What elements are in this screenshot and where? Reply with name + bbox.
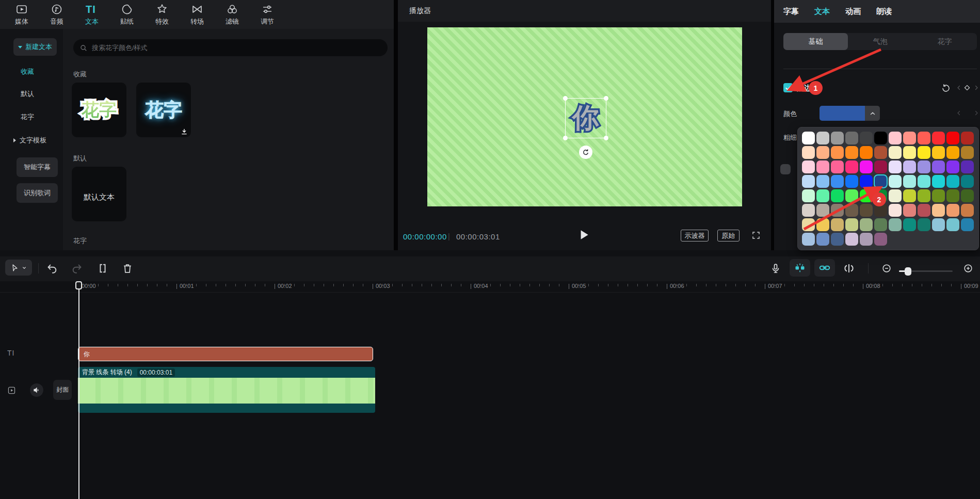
palette-swatch[interactable] [932,132,945,144]
palette-swatch[interactable] [932,189,945,202]
palette-swatch[interactable] [874,233,887,246]
inspector-tab-3[interactable]: 动画 [845,7,861,17]
sidebar-item-recognize-lyrics[interactable]: 识别歌词 [17,183,58,203]
palette-swatch[interactable] [961,175,974,188]
selection-handle-top-left[interactable] [563,96,568,101]
inspector-subtab-2[interactable]: 气泡 [848,33,912,50]
linkage-button[interactable] [814,259,835,277]
selection-handle-bottom-left[interactable] [563,136,568,140]
palette-swatch[interactable] [918,132,930,144]
cover-button[interactable]: 封面 [53,380,72,400]
palette-swatch[interactable] [831,233,844,246]
toolbar-item-audio[interactable]: 音频 [41,1,72,28]
zoom-out-icon[interactable] [881,263,892,273]
palette-swatch[interactable] [946,132,959,144]
palette-swatch[interactable] [845,146,858,159]
palette-swatch[interactable] [961,204,974,217]
selection-handle-bottom-right[interactable] [604,136,608,140]
palette-swatch[interactable] [874,218,887,231]
palette-swatch[interactable] [961,132,974,144]
color-prev-icon[interactable] [956,109,962,117]
auto-snap-button[interactable] [790,259,810,277]
playhead-handle[interactable] [75,281,82,289]
fancy-text-card-1[interactable]: 花字花字 [72,83,126,137]
palette-swatch[interactable] [845,175,858,188]
palette-swatch[interactable] [860,160,873,173]
keyframe-diamond-icon[interactable] [963,84,971,92]
palette-swatch[interactable] [903,175,916,188]
inspector-tab-1[interactable]: 字幕 [783,7,799,17]
palette-swatch[interactable] [932,160,945,173]
palette-swatch[interactable] [889,204,902,217]
palette-swatch[interactable] [903,204,916,217]
toolbar-item-media[interactable]: 媒体 [6,1,37,28]
palette-swatch[interactable] [860,189,873,202]
palette-swatch[interactable] [860,204,873,217]
palette-swatch[interactable] [889,218,902,231]
palette-swatch[interactable] [961,189,974,202]
toolbar-item-effects[interactable]: 特效 [147,1,178,28]
search-input[interactable]: 搜索花字颜色/样式 [73,39,388,56]
palette-swatch[interactable] [874,160,887,173]
toolbar-item-filter[interactable]: 滤镜 [217,1,248,28]
sidebar-item-fancy-text[interactable]: 花字 [21,112,34,122]
inspector-tab-4[interactable]: 朗读 [876,7,892,17]
sidebar-item-new-text[interactable]: 新建文本 [13,38,57,56]
palette-swatch[interactable] [802,189,815,202]
palette-swatch[interactable] [889,175,902,188]
mute-track-icon[interactable] [30,383,43,397]
inspector-subtab-3[interactable]: 花字 [912,33,977,50]
palette-swatch[interactable] [816,132,829,144]
toolbar-item-transition[interactable]: 转场 [182,1,213,28]
palette-swatch[interactable] [903,132,916,144]
palette-swatch[interactable] [918,218,930,231]
palette-swatch[interactable] [816,233,829,246]
toolbar-item-adjust[interactable]: 调节 [252,1,283,28]
inspector-tab-2[interactable]: 文本 [814,7,830,17]
palette-swatch[interactable] [831,160,844,173]
toolbar-item-text[interactable]: TI文本 [76,1,107,28]
default-text-card[interactable]: 默认文本 [72,167,126,221]
palette-swatch[interactable] [845,204,858,217]
toolbar-item-sticker[interactable]: 贴纸 [111,1,142,28]
palette-swatch[interactable] [918,204,930,217]
preview-canvas[interactable]: 你 你 [427,27,742,206]
palette-swatch[interactable] [946,204,959,217]
undo-button[interactable] [46,263,58,274]
palette-swatch[interactable] [816,218,829,231]
palette-swatch[interactable] [816,204,829,217]
palette-swatch[interactable] [932,218,945,231]
video-clip[interactable]: 背景 线条 转场 (4) 00:00:03:01 [78,367,375,413]
palette-swatch[interactable] [918,146,930,159]
thickness-slider-knob[interactable] [780,164,791,174]
palette-swatch[interactable] [903,189,916,202]
redo-button[interactable] [71,263,83,274]
text-clip[interactable]: 你 [78,347,373,361]
palette-swatch[interactable] [802,132,815,144]
palette-swatch[interactable] [860,146,873,159]
palette-swatch[interactable] [802,204,815,217]
sidebar-item-smart-subtitles[interactable]: 智能字幕 [17,157,58,177]
selection-handle-top-right[interactable] [604,96,608,101]
palette-swatch[interactable] [932,204,945,217]
palette-swatch[interactable] [961,218,974,231]
stroke-checkbox[interactable] [783,83,793,92]
stroke-color-dropdown[interactable] [820,106,880,121]
color-next-icon[interactable] [973,109,979,117]
palette-swatch[interactable] [816,189,829,202]
palette-swatch[interactable] [903,146,916,159]
palette-swatch[interactable] [946,175,959,188]
sidebar-item-default[interactable]: 默认 [21,89,34,99]
delete-button[interactable] [122,263,133,274]
palette-swatch[interactable] [845,189,858,202]
palette-swatch[interactable] [831,146,844,159]
palette-swatch[interactable] [932,146,945,159]
sidebar-item-text-templates[interactable]: 文字模板 [13,136,46,145]
palette-swatch[interactable] [831,175,844,188]
palette-swatch[interactable] [874,175,887,188]
palette-swatch[interactable] [946,146,959,159]
palette-swatch[interactable] [816,160,829,173]
timeline-ruler[interactable]: 00:0000:0100:0200:0300:0400:0500:0600:07… [0,281,980,293]
palette-swatch[interactable] [831,218,844,231]
palette-swatch[interactable] [860,175,873,188]
